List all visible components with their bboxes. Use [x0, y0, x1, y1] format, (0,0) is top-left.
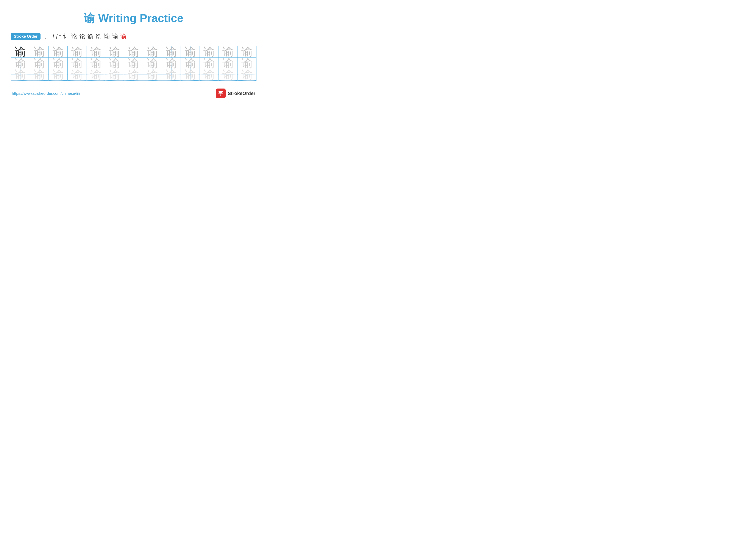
stroke-step-2: i: [53, 33, 54, 40]
grid-cell[interactable]: 谕: [219, 69, 237, 80]
logo-icon: 字: [216, 89, 226, 98]
grid-cell[interactable]: 谕: [86, 58, 105, 69]
stroke-step-11: 谕: [120, 32, 126, 40]
stroke-step-1: 、: [44, 32, 50, 40]
grid-cell[interactable]: 谕: [30, 46, 49, 58]
grid-cell[interactable]: 谕: [11, 58, 30, 69]
grid-cell[interactable]: 谕: [86, 46, 105, 58]
grid-cell[interactable]: 谕: [200, 58, 219, 69]
grid-cell[interactable]: 谕: [237, 46, 256, 58]
grid-cell[interactable]: 谕: [200, 46, 219, 58]
grid-cell[interactable]: 谕: [124, 69, 143, 80]
footer: https://www.strokeorder.com/chinese/谕 字 …: [11, 89, 256, 98]
stroke-order-badge: Stroke Order: [11, 33, 40, 40]
grid-cell[interactable]: 谕: [143, 46, 162, 58]
grid-cell[interactable]: 谕: [124, 58, 143, 69]
grid-cell[interactable]: 谕: [68, 58, 86, 69]
grid-cell[interactable]: 谕: [30, 69, 49, 80]
grid-cell[interactable]: 谕: [162, 58, 181, 69]
grid-cell[interactable]: 谕: [68, 46, 86, 58]
grid-cell[interactable]: 谕: [49, 58, 68, 69]
page-title: 谕 Writing Practice: [11, 11, 256, 26]
grid-cell[interactable]: 谕: [49, 69, 68, 80]
stroke-step-5: 论: [71, 32, 77, 40]
grid-cell[interactable]: 谕: [237, 58, 256, 69]
grid-cell[interactable]: 谕: [105, 69, 124, 80]
grid-cell[interactable]: 谕: [105, 46, 124, 58]
grid-cell[interactable]: 谕: [237, 69, 256, 80]
grid-cell[interactable]: 谕: [124, 46, 143, 58]
grid-cell[interactable]: 谕: [181, 69, 200, 80]
grid-cell[interactable]: 谕: [49, 46, 68, 58]
practice-grid: 谕谕谕谕谕谕谕谕谕谕谕谕谕谕谕谕谕谕谕谕谕谕谕谕谕谕谕谕谕谕谕谕谕谕谕谕谕谕谕: [11, 46, 256, 81]
grid-cell[interactable]: 谕: [162, 69, 181, 80]
stroke-step-7: 谕: [88, 32, 94, 40]
grid-cell[interactable]: 谕: [68, 69, 86, 80]
grid-cell[interactable]: 谕: [162, 46, 181, 58]
stroke-step-9: 谕: [104, 32, 110, 40]
stroke-step-10: 谕: [112, 32, 118, 40]
grid-cell[interactable]: 谕: [219, 46, 237, 58]
footer-logo: 字 StrokeOrder: [216, 89, 256, 98]
stroke-sequence: 、 i i⁻ 讠 论 论 谕 谕 谕 谕 谕: [44, 32, 126, 40]
grid-cell[interactable]: 谕: [143, 69, 162, 80]
stroke-order-row: Stroke Order 、 i i⁻ 讠 论 论 谕 谕 谕 谕 谕: [11, 32, 256, 40]
stroke-step-6: 论: [79, 32, 85, 40]
stroke-step-3: i⁻: [56, 33, 61, 40]
stroke-step-4: 讠: [63, 32, 69, 40]
grid-cell[interactable]: 谕: [11, 46, 30, 58]
grid-cell[interactable]: 谕: [143, 58, 162, 69]
footer-url[interactable]: https://www.strokeorder.com/chinese/谕: [12, 91, 80, 96]
grid-cell[interactable]: 谕: [105, 58, 124, 69]
grid-cell[interactable]: 谕: [86, 69, 105, 80]
grid-cell[interactable]: 谕: [200, 69, 219, 80]
grid-cell[interactable]: 谕: [219, 58, 237, 69]
grid-cell[interactable]: 谕: [11, 69, 30, 80]
grid-cell[interactable]: 谕: [181, 58, 200, 69]
logo-text: StrokeOrder: [228, 91, 256, 96]
stroke-step-8: 谕: [96, 32, 102, 40]
grid-cell[interactable]: 谕: [181, 46, 200, 58]
grid-cell[interactable]: 谕: [30, 58, 49, 69]
